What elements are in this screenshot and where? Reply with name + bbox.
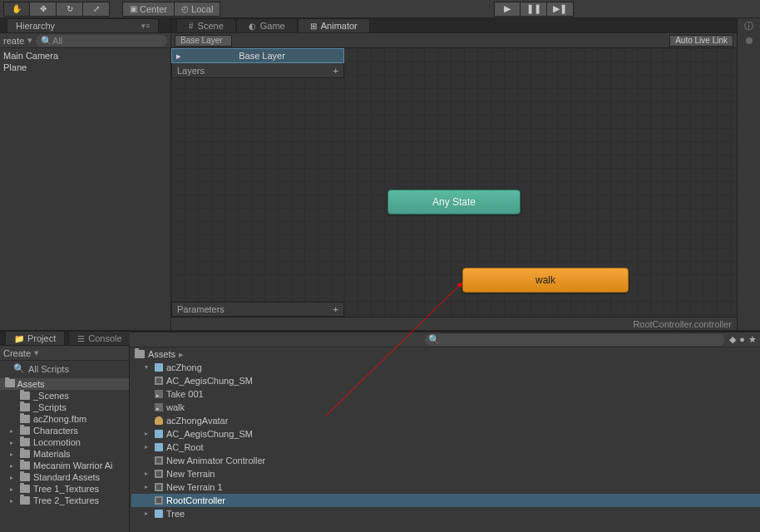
project-right-subbar: 🔍 ◆ ● ★ — [130, 332, 760, 347]
expand-arrow-icon[interactable]: ▾ — [145, 361, 151, 374]
local-toggle[interactable]: ◴Local — [175, 2, 220, 17]
expand-arrow-icon[interactable]: ▸ — [145, 480, 151, 494]
expand-arrow-icon[interactable]: ▸ — [10, 497, 17, 505]
scale-tool[interactable]: ⤢ — [83, 2, 110, 17]
prefab-icon — [155, 510, 163, 518]
tab-game[interactable]: ◐Game — [236, 18, 298, 32]
parameters-header: Parameters+ — [171, 302, 344, 317]
layer-item[interactable]: ▸Base Layer — [171, 48, 344, 63]
hierarchy-options-icon[interactable]: ▾≡ — [141, 22, 150, 30]
anim-clip-icon — [155, 403, 163, 411]
expand-arrow-icon[interactable]: ▸ — [145, 427, 151, 441]
expand-arrow-icon[interactable]: ▸ — [10, 451, 17, 458]
parameters-label: Parameters — [177, 304, 225, 314]
hand-tool[interactable]: ✋ — [3, 2, 30, 17]
hierarchy-search[interactable]: 🔍All — [36, 35, 167, 47]
asset-item[interactable]: ▸AC_AegisChung_SM — [131, 427, 760, 441]
tab-animator[interactable]: ⊞Animator — [298, 18, 370, 32]
asset-item[interactable]: acZhongAvatar — [131, 414, 760, 427]
folder-item[interactable]: acZhong.fbm — [0, 413, 129, 425]
asset-label: AC_Root — [166, 441, 204, 454]
expand-arrow-icon[interactable]: ▸ — [145, 467, 151, 480]
expand-arrow-icon[interactable]: ▸ — [10, 439, 17, 446]
create-dropdown[interactable]: reate — [3, 36, 24, 46]
expand-arrow-icon[interactable]: ▸ — [145, 507, 151, 520]
star-icon[interactable]: ★ — [748, 334, 757, 345]
hierarchy-item[interactable]: Main Camera — [0, 50, 170, 62]
asset-item[interactable]: ▸New Terrain — [131, 467, 760, 480]
favorite-item[interactable]: 🔍All Scripts — [0, 362, 129, 375]
folder-icon — [20, 485, 30, 493]
controller-icon — [155, 496, 163, 505]
folder-label: _Scenes — [33, 391, 69, 401]
center-toggle[interactable]: ▣Center — [122, 2, 175, 17]
asset-item[interactable]: ▾acZhong — [131, 361, 760, 374]
folder-item[interactable]: ▸Characters — [0, 425, 129, 436]
folder-label: Locomotion — [33, 437, 81, 447]
assets-header-row[interactable]: Assets — [0, 378, 129, 390]
expand-arrow-icon[interactable]: ▸ — [145, 441, 151, 454]
add-parameter-button[interactable]: + — [333, 304, 338, 314]
search-icon: 🔍 — [13, 363, 25, 374]
tab-scene[interactable]: #Scene — [176, 18, 236, 32]
project-search[interactable]: 🔍 — [425, 334, 724, 346]
tab-console[interactable]: ☰Console — [68, 331, 131, 345]
asset-item[interactable]: ▸AC_Root — [131, 441, 760, 454]
folder-label: Characters — [33, 426, 78, 436]
folder-item[interactable]: ▸Materials — [0, 448, 129, 460]
mesh-icon — [155, 377, 163, 385]
chevron-right-icon: ▸ — [179, 349, 184, 360]
asset-item-walk[interactable]: walk — [131, 401, 760, 414]
asset-item[interactable]: ▸Tree — [131, 507, 760, 520]
animator-breadcrumb-bar: Base Layer Auto Live Link — [171, 33, 737, 48]
center-label: Center — [140, 4, 167, 14]
folder-item[interactable]: ▸Locomotion — [0, 436, 129, 448]
asset-label: AC_AegisChung_SM — [166, 427, 253, 441]
play-button[interactable]: ▶ — [494, 2, 521, 17]
asset-item[interactable]: New Animator Controller — [131, 454, 760, 467]
main-row: Hierarchy ▾≡ reate▾ 🔍All Main Camera Pla… — [0, 18, 760, 330]
move-tool[interactable]: ✥ — [30, 2, 57, 17]
label-icon[interactable]: ● — [739, 334, 745, 345]
project-create-dropdown[interactable]: Create — [3, 348, 31, 358]
asset-item-selected[interactable]: RootController — [131, 494, 760, 507]
folder-icon: 📁 — [14, 334, 24, 343]
step-button[interactable]: ▶❚ — [547, 2, 574, 17]
asset-item[interactable]: ▸New Terrain 1 — [131, 480, 760, 494]
asset-label: acZhongAvatar — [166, 414, 228, 427]
any-state-node[interactable]: Any State — [387, 190, 521, 214]
filter-icon[interactable]: ◆ — [729, 334, 736, 345]
folder-item[interactable]: _Scripts — [0, 401, 129, 413]
folder-icon — [20, 415, 30, 423]
expand-arrow-icon[interactable]: ▸ — [10, 462, 17, 470]
breadcrumb-item[interactable]: Base Layer — [175, 35, 232, 47]
walk-state-node[interactable]: walk — [462, 268, 629, 293]
project-left: 📁Project ☰Console Create▾ 🔍All Scripts A… — [0, 332, 130, 532]
pause-button[interactable]: ❚❚ — [521, 2, 547, 17]
tab-project[interactable]: 📁Project — [5, 331, 65, 345]
project-breadcrumb[interactable]: Assets ▸ — [130, 347, 760, 361]
folder-item[interactable]: ▸Tree 2_Textures — [0, 495, 129, 506]
folder-item[interactable]: _Scenes — [0, 390, 129, 401]
folder-label: Materials — [33, 449, 71, 459]
inspector-info-icon[interactable]: ⓘ — [744, 20, 753, 32]
anim-clip-icon — [155, 390, 163, 398]
expand-arrow-icon[interactable]: ▸ — [10, 474, 17, 481]
asset-item[interactable]: AC_AegisChung_SM — [131, 374, 760, 387]
auto-live-link-toggle[interactable]: Auto Live Link — [669, 35, 733, 47]
asset-item[interactable]: Take 001 — [131, 387, 760, 401]
folder-item[interactable]: ▸Standard Assets — [0, 471, 129, 483]
folder-item[interactable]: ▸Mecanim Warrior Ai — [0, 460, 129, 471]
folder-item[interactable]: ▸Tree 1_Textures — [0, 483, 129, 495]
expand-arrow-icon[interactable]: ▸ — [10, 485, 17, 493]
rotate-tool[interactable]: ↻ — [57, 2, 83, 17]
hierarchy-panel: Hierarchy ▾≡ reate▾ 🔍All Main Camera Pla… — [0, 18, 171, 330]
hierarchy-item[interactable]: Plane — [0, 62, 170, 73]
animator-body: Any State walk ▸Base Layer Layers+ Param… — [171, 48, 737, 317]
hierarchy-tab[interactable]: Hierarchy ▾≡ — [7, 18, 159, 32]
center-area: #Scene ◐Game ⊞Animator Base Layer Auto L… — [171, 18, 737, 330]
prefab-icon — [155, 443, 163, 451]
layer-play-icon: ▸ — [176, 51, 181, 62]
expand-arrow-icon[interactable]: ▸ — [10, 427, 17, 435]
add-layer-button[interactable]: + — [333, 66, 338, 76]
